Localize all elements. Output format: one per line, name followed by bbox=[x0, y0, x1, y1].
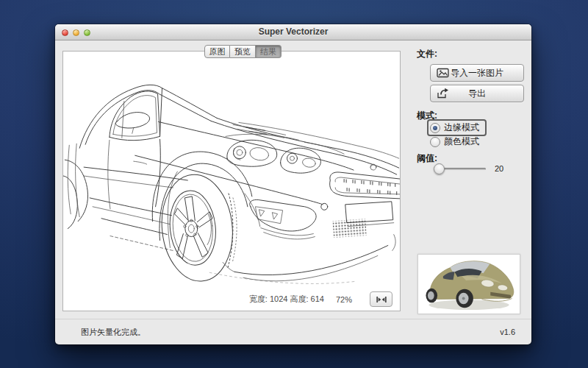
vectorized-car-line-art bbox=[63, 52, 400, 311]
image-dimensions-text: 宽度: 1024 高度: 614 bbox=[249, 294, 324, 305]
tab-preview[interactable]: 预览 bbox=[230, 45, 256, 58]
color-mode-label: 颜色模式 bbox=[444, 135, 479, 148]
export-arrow-icon bbox=[437, 88, 450, 99]
photo-icon bbox=[437, 67, 450, 79]
zoom-button[interactable] bbox=[84, 29, 90, 36]
radio-color-mode[interactable]: 颜色模式 bbox=[430, 135, 479, 148]
fit-to-window-icon bbox=[376, 295, 387, 304]
status-bar: 图片矢量化完成。 v1.6 bbox=[55, 319, 531, 344]
threshold-section-label: 阈值: bbox=[417, 152, 437, 165]
threshold-slider-track[interactable] bbox=[436, 168, 486, 170]
minimize-button[interactable] bbox=[73, 29, 79, 36]
result-canvas: 宽度: 1024 高度: 614 72% bbox=[62, 51, 401, 311]
version-label: v1.6 bbox=[500, 328, 515, 336]
source-car-photo bbox=[418, 255, 520, 314]
view-tabs: 原图 预览 结果 bbox=[204, 45, 282, 58]
export-button[interactable]: 导出 bbox=[430, 85, 524, 102]
tab-original[interactable]: 原图 bbox=[204, 45, 230, 58]
canvas-info-bar: 宽度: 1024 高度: 614 72% bbox=[249, 291, 392, 307]
controls-sidebar: 文件: 导入一张图片 导出 模式: 边缘 bbox=[415, 46, 527, 341]
close-button[interactable] bbox=[62, 29, 68, 36]
file-section-label: 文件: bbox=[417, 48, 437, 60]
radio-unselected-icon bbox=[430, 137, 440, 147]
desktop-background: Super Vectorizer 原图 预览 结果 bbox=[0, 0, 588, 368]
status-message: 图片矢量化完成。 bbox=[81, 327, 146, 338]
edge-mode-label: 边缘模式 bbox=[444, 121, 479, 134]
app-window: Super Vectorizer 原图 预览 结果 bbox=[55, 24, 531, 344]
radio-edge-mode[interactable]: 边缘模式 bbox=[427, 119, 487, 136]
threshold-slider-row: 20 bbox=[436, 164, 503, 173]
threshold-slider-thumb[interactable] bbox=[434, 163, 445, 174]
window-title: Super Vectorizer bbox=[55, 24, 531, 40]
traffic-lights bbox=[62, 29, 90, 36]
import-image-button[interactable]: 导入一张图片 bbox=[430, 64, 524, 82]
source-image-thumbnail bbox=[417, 254, 520, 314]
tab-result[interactable]: 结果 bbox=[256, 45, 282, 58]
zoom-percent-text: 72% bbox=[336, 295, 352, 304]
title-bar[interactable]: Super Vectorizer bbox=[55, 24, 531, 40]
radio-selected-icon bbox=[430, 123, 440, 133]
threshold-value: 20 bbox=[495, 164, 503, 173]
fit-to-window-button[interactable] bbox=[370, 291, 392, 307]
